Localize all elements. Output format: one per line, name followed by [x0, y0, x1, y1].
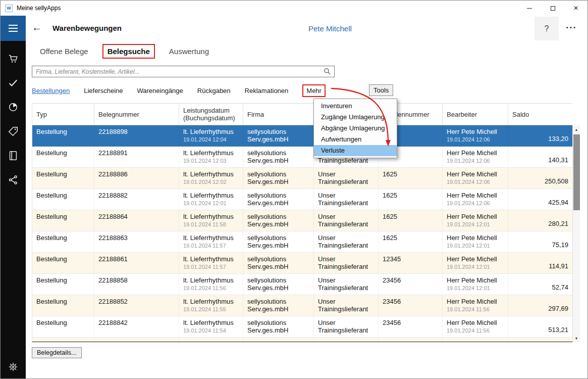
more-button[interactable]: ...	[566, 20, 577, 31]
filter-mehr[interactable]: Mehr	[302, 84, 326, 97]
sidebar	[1, 16, 26, 378]
hamburger-menu-button[interactable]	[1, 16, 26, 41]
cell-belegnummer: 22188882	[94, 189, 179, 210]
cell-belegnummer: 22188852	[94, 295, 179, 316]
titlebar: W Meine sellyApps ✕	[1, 1, 587, 16]
table-row[interactable]: Bestellung22188898lt. Lieferrhythmus19.0…	[32, 125, 572, 147]
cell-belegnummer: 22188891	[94, 147, 179, 167]
table-row[interactable]: Bestellung22188852lt. Lieferrhythmus19.0…	[32, 295, 572, 316]
cell-belegnummer: 22188886	[94, 168, 179, 188]
user-name[interactable]: Pete Mitchell	[308, 24, 352, 33]
cell-leistungsdatum: lt. Lieferrhythmus19.01.2024 11:58	[179, 210, 243, 231]
cell-kundennummer: 23456	[379, 295, 443, 316]
help-button[interactable]: ?	[534, 17, 559, 40]
menu-item-abg-nge-umlagerung[interactable]: Abgänge Umlagerung	[314, 123, 397, 134]
table-row[interactable]: Bestellung22188863lt. Lieferrhythmus19.0…	[32, 231, 572, 253]
cell-saldo: 75,19	[508, 231, 572, 252]
sidebar-item-reports[interactable]	[8, 102, 19, 113]
menu-item-zug-nge-umlagerung[interactable]: Zugänge Umlagerung	[314, 112, 397, 123]
scroll-thumb[interactable]	[573, 134, 580, 210]
checkmark-icon	[8, 77, 19, 88]
search-box	[32, 66, 335, 77]
cell-lieferant: UnserTrainingslieferant	[314, 210, 379, 231]
cell-bearbeiter: Herr Pete Michell19.01.2024 12:01	[443, 231, 508, 252]
table-row[interactable]: Bestellung22188891lt. Lieferrhythmus19.0…	[32, 147, 572, 168]
table-row[interactable]: Bestellung22188882lt. Lieferrhythmus19.0…	[32, 189, 572, 210]
search-icon[interactable]	[324, 68, 331, 75]
cell-leistungsdatum: lt. Lieferrhythmus	[179, 338, 243, 342]
column-header-saldo[interactable]: Saldo	[508, 104, 572, 125]
column-header-typ[interactable]: Typ	[32, 104, 94, 125]
scroll-down-button[interactable]: ▼	[573, 334, 580, 342]
minimize-button[interactable]	[518, 1, 541, 16]
cell-lieferant: UnserTrainingslieferant	[314, 168, 379, 188]
table-body: Bestellung22188898lt. Lieferrhythmus19.0…	[32, 125, 572, 342]
back-button[interactable]: ←	[32, 22, 42, 33]
tools-button[interactable]: Tools	[369, 84, 393, 96]
cell-typ: Bestellung	[32, 316, 94, 337]
cell-bearbeiter: Herr Pete Michell19.01.2024 12:01	[443, 253, 508, 273]
cell-typ: Bestellung	[32, 338, 94, 342]
search-input[interactable]	[32, 66, 335, 77]
tab-belegsuche[interactable]: Belegsuche	[102, 44, 155, 59]
settings-button[interactable]	[8, 361, 19, 372]
table-row[interactable]: Bestellung22188858lt. Lieferrhythmus19.0…	[32, 274, 572, 295]
cell-typ: Bestellung	[32, 253, 94, 273]
maximize-button[interactable]	[541, 1, 564, 16]
cell-bearbeiter: Herr Pete Michell19.01.2024 11:56	[443, 295, 508, 316]
tab-offene-belege[interactable]: Offene Belege	[35, 44, 93, 59]
cell-typ: Bestellung	[32, 189, 94, 210]
cell-lieferant: UnserTrainingslieferant	[314, 316, 379, 337]
cell-kundennummer: 23456	[379, 274, 443, 295]
filter-reklamationen[interactable]: Reklamationen	[245, 87, 289, 94]
cell-leistungsdatum: lt. Lieferrhythmus19.01.2024 12:03	[179, 147, 243, 167]
table-row[interactable]: Bestellung22188864lt. Lieferrhythmus19.0…	[32, 210, 572, 231]
column-header-leist[interactable]: Leistungsdatum (Buchungsdatum)	[179, 104, 243, 125]
column-header-beleg[interactable]: Belegnummer	[94, 104, 179, 125]
app-icon: W	[5, 5, 13, 12]
filter-wareneing-nge[interactable]: Wareneingänge	[137, 87, 183, 94]
sidebar-items	[1, 41, 26, 185]
cell-kundennummer: 12345	[379, 253, 443, 273]
sidebar-item-belege[interactable]	[8, 77, 19, 88]
cell-saldo: 114,91	[508, 253, 572, 273]
cell-saldo: 250,508	[508, 168, 572, 188]
scrollbar[interactable]: ▲ ▼	[572, 125, 580, 342]
cell-typ: Bestellung	[32, 168, 94, 188]
table-row[interactable]: Bestellung22188838lt. Lieferrhythmussell…	[32, 338, 572, 342]
sidebar-item-journal[interactable]	[8, 150, 19, 161]
filter-lieferscheine[interactable]: Lieferscheine	[84, 87, 123, 94]
sidebar-item-share[interactable]	[8, 174, 19, 185]
menu-item-verluste[interactable]: Verluste	[314, 145, 397, 156]
cell-firma: sellysolutionsServ.ges.mbH	[243, 125, 314, 146]
table-row[interactable]: Bestellung22188861lt. Lieferrhythmus19.0…	[32, 253, 572, 274]
window-title: Meine sellyApps	[17, 5, 61, 12]
cell-saldo: 52,74	[508, 274, 572, 295]
table-row[interactable]: Bestellung22188886lt. Lieferrhythmus19.0…	[32, 168, 572, 189]
cell-leistungsdatum: lt. Lieferrhythmus19.01.2024 11:54	[179, 316, 243, 337]
cell-bearbeiter: Herr Pete Michell19.01.2024 11:56	[443, 316, 508, 337]
menu-item-inventuren[interactable]: Inventuren	[314, 101, 397, 112]
cell-kundennummer: 23456	[379, 316, 443, 337]
sidebar-item-cart[interactable]	[8, 53, 19, 64]
cell-firma: sellysolutionsServ.ges.mbH	[243, 189, 314, 210]
table-row[interactable]: Bestellung22188842lt. Lieferrhythmus19.0…	[32, 316, 572, 338]
cell-kundennummer: 1625	[379, 231, 443, 252]
scroll-up-button[interactable]: ▲	[573, 125, 580, 133]
details-button[interactable]: Belegdetails...	[32, 347, 82, 358]
cell-bearbeiter: Herr Pete Michell19.01.2024 12:01	[443, 274, 508, 295]
close-button[interactable]: ✕	[564, 1, 587, 16]
filter-bestellungen[interactable]: Bestellungen	[32, 87, 70, 94]
menu-item-aufwertungen[interactable]: Aufwertungen	[314, 134, 397, 145]
column-header-firma[interactable]: Firma	[243, 104, 314, 125]
page-title: Warenbewegungen	[52, 24, 122, 32]
table-header: TypBelegnummerLeistungsdatum (Buchungsda…	[32, 103, 572, 125]
sidebar-item-tags[interactable]	[8, 126, 19, 137]
filter-r-ckgaben[interactable]: Rückgaben	[197, 87, 231, 94]
cell-belegnummer: 22188861	[94, 253, 179, 273]
cell-firma: sellysolutionsServ.ges.mbH	[243, 168, 314, 188]
tab-auswertung[interactable]: Auswertung	[164, 44, 214, 59]
column-header-bearb[interactable]: Bearbeiter	[443, 104, 508, 125]
app-window: W Meine sellyApps ✕	[0, 0, 588, 379]
cell-saldo: 425,94	[508, 189, 572, 210]
